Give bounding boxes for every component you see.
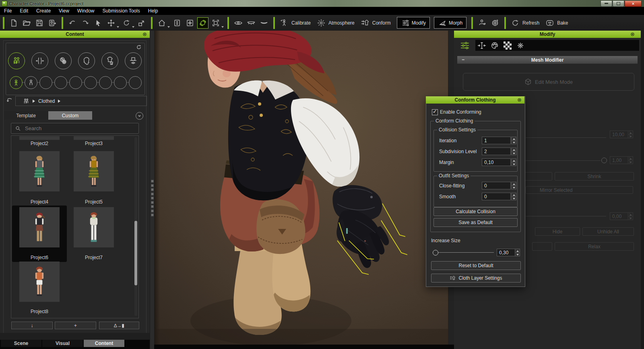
project-thumbnail[interactable] [74,151,114,191]
close-fitting-input[interactable] [482,182,511,189]
minimize-button[interactable] [601,1,612,7]
scale-tool-button[interactable] [136,17,147,29]
category-head[interactable] [78,52,95,69]
tab-modify-active[interactable] [454,40,475,51]
project-label-selected[interactable]: Project6 [19,255,60,260]
mesh-modifier-section-header[interactable]: − Mesh Modifier [457,56,638,64]
margin-spinner[interactable] [511,158,516,166]
modify-panel-close-icon[interactable]: ⊗ [630,31,635,37]
project-label[interactable]: Project8 [19,309,60,314]
content-panel-close-icon[interactable]: ⊗ [142,31,147,37]
new-project-button[interactable] [8,17,19,29]
redo-button[interactable] [80,17,91,29]
calibrate-label[interactable]: Calibrate [291,20,311,26]
tab-texture[interactable] [502,41,514,50]
tab-content[interactable]: Content [84,340,124,347]
undo-button[interactable] [67,17,78,29]
calculate-collision-button[interactable]: Calculate Collision [433,207,518,216]
smooth-spinner[interactable] [511,193,516,200]
list-scrollbar-thumb[interactable] [134,221,137,285]
tab-custom[interactable]: Custom [48,111,92,120]
open-project-button[interactable] [21,17,32,29]
subcategory-avatar-active[interactable] [10,76,23,89]
refresh-content-icon[interactable] [136,44,142,50]
increase-size-spinner[interactable] [515,249,520,256]
menu-window[interactable]: Window [73,7,99,15]
bake-label[interactable]: Bake [557,20,568,26]
menu-edit[interactable]: Edit [16,7,32,15]
category-material[interactable] [55,52,72,69]
tab-physics[interactable] [514,41,526,50]
bake-icon-button[interactable] [544,17,555,29]
load-project-button[interactable]: ↓ [11,322,53,329]
dialog-close-icon[interactable]: ⊗ [517,97,522,102]
close-button[interactable]: × [625,1,642,7]
breadcrumb[interactable]: Clothed [15,96,147,106]
collapse-chevron-icon[interactable] [136,112,143,120]
select-tool-button[interactable] [93,17,104,29]
project-thumbnail-selected[interactable] [19,207,60,247]
collapse-minus-icon[interactable]: − [460,57,466,62]
subcategory-empty[interactable] [84,76,97,89]
tab-attribute-pinch[interactable] [476,41,488,50]
subdivision-input[interactable] [482,147,511,155]
menu-view[interactable]: View [55,7,73,15]
increase-size-input[interactable] [497,249,515,256]
thumbnail-partial[interactable] [74,136,114,140]
category-body-shape[interactable] [31,52,48,69]
category-cloth[interactable] [101,52,118,69]
subcategory-empty[interactable] [39,76,52,89]
search-input[interactable] [24,125,126,132]
menu-help[interactable]: Help [144,7,162,15]
subcategory-empty[interactable] [99,76,112,89]
smooth-input[interactable] [482,193,511,200]
conform-label[interactable]: Conform [372,20,391,26]
subcategory-empty[interactable] [129,76,142,89]
project-thumbnail[interactable] [19,151,60,191]
project-thumbnail[interactable] [74,207,114,247]
calibrate-icon-button[interactable] [279,17,290,29]
add-content-button[interactable]: + [55,322,96,329]
refresh-label[interactable]: Refresh [522,20,539,26]
export-character-button[interactable] [47,17,58,29]
refresh-icon-button[interactable] [510,17,521,29]
cloth-layer-settings-button[interactable]: Cloth Layer Settings [431,274,521,283]
modify-panel-header[interactable]: Modify ⊗ [454,31,641,38]
menu-file[interactable]: File [0,7,16,15]
home-view-button[interactable] [156,17,167,29]
tab-template[interactable]: Template [4,111,48,120]
subdivision-spinner[interactable] [511,147,516,155]
viewport-3d[interactable] [154,31,448,345]
project-label[interactable]: Project3 [74,141,114,146]
increase-size-slider-handle[interactable] [433,250,438,256]
apply-to-scene-button[interactable]: ∆→▮ [99,322,139,329]
breadcrumb-back-button[interactable] [6,98,13,104]
enable-conforming-checkbox[interactable] [432,109,438,115]
project-thumbnail[interactable] [19,262,60,302]
project-label[interactable]: Project5 [74,199,114,205]
maximize-button[interactable] [613,1,624,7]
tab-visual[interactable]: Visual [42,340,83,347]
subcategory-empty[interactable] [114,76,127,89]
modify-toolbar-button[interactable]: Modify [397,17,430,29]
dialog-title-bar[interactable]: Conform Clothing ⊗ [426,96,524,104]
atmosphere-label[interactable]: Atmosphere [328,20,355,26]
increase-size-slider-track[interactable] [433,252,494,253]
morph-toolbar-button[interactable]: Morph [434,17,466,29]
breadcrumb-category[interactable]: Clothed [38,98,55,104]
project-label[interactable]: Project7 [74,255,114,260]
tab-material[interactable] [489,41,501,50]
category-character[interactable] [8,52,25,69]
export-avatar-button[interactable] [477,17,488,29]
atmosphere-icon-button[interactable] [316,17,327,29]
tab-scene[interactable]: Scene [1,340,41,347]
close-fitting-spinner[interactable] [511,182,516,189]
menu-create[interactable]: Create [32,7,55,15]
rotate-tool-button[interactable] [121,17,132,29]
orbit-camera-button-active[interactable] [197,17,208,29]
menu-submission-tools[interactable]: Submission Tools [99,7,144,15]
subcategory-empty[interactable] [69,76,82,89]
show-all-button[interactable] [233,17,244,29]
iteration-spinner[interactable] [511,137,516,144]
content-panel-header[interactable]: Content ⊗ [0,31,150,38]
